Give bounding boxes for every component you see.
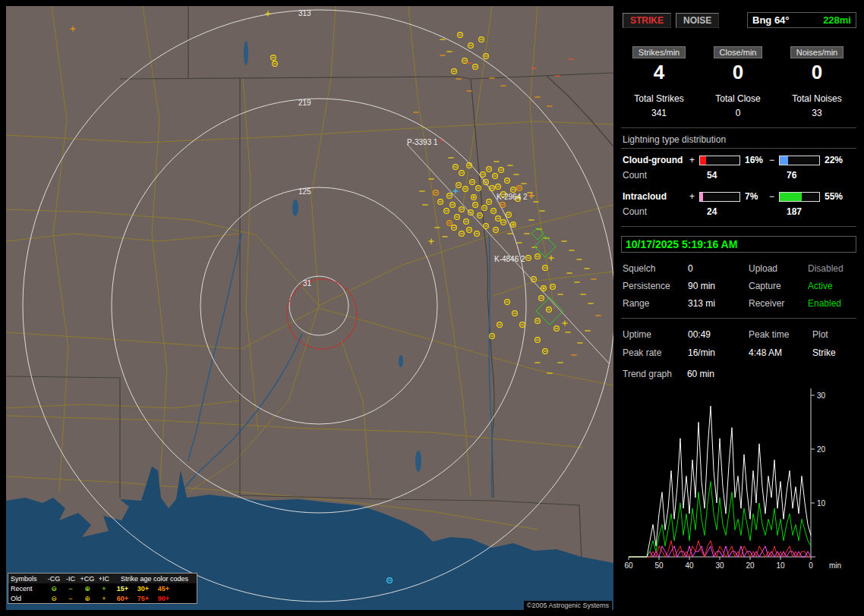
count-label: Count [623, 170, 689, 181]
circle-plus-icon: ⊕ [79, 594, 96, 603]
map-canvas[interactable]: 31321912531 P-3393 1^K-2964 2^K-4846 2 [6, 6, 613, 610]
svg-text:313: 313 [298, 9, 311, 17]
age-code: 90+ [153, 594, 174, 603]
strikes-per-min-chip[interactable]: Strikes/min [632, 46, 686, 58]
svg-text:10: 10 [817, 499, 826, 508]
squelch-value: 0 [688, 263, 749, 274]
uptime-label: Uptime [623, 329, 688, 340]
close-per-min-chip[interactable]: Close/min [714, 46, 763, 58]
datetime-display: 10/17/2025 5:19:16 AM [621, 236, 856, 253]
svg-text:K-2964 2^: K-2964 2^ [497, 193, 533, 201]
cg-positive-count: 54 [699, 170, 742, 181]
close-per-min-counter: Close/min 0 Total Close 0 [698, 46, 777, 118]
legend-col-pos-ic: +IC [96, 574, 112, 583]
legend-symbols-title: Symbols [8, 574, 46, 583]
svg-text:30: 30 [817, 391, 826, 400]
symbol-legend: Symbols -CG -IC +CG +IC Strike age color… [8, 573, 197, 604]
legend-header: Symbols -CG -IC +CG +IC Strike age color… [8, 574, 197, 583]
age-code: 60+ [112, 594, 133, 603]
divider [621, 127, 856, 128]
svg-text:0: 0 [809, 561, 813, 570]
settings-grid: Squelch 0 Upload Disabled Persistence 90… [623, 263, 858, 309]
total-noises-value: 33 [777, 108, 856, 118]
strikes-per-min-value: 4 [620, 61, 698, 84]
svg-text:20: 20 [746, 561, 755, 570]
range-value: 313 mi [688, 298, 749, 309]
age-code: 75+ [133, 594, 153, 603]
uptime-value: 00:49 [688, 329, 749, 340]
total-close-label: Total Close [698, 93, 777, 104]
circle-plus-icon: ⊕ [79, 584, 96, 593]
circle-minus-icon: ⊖ [46, 584, 62, 593]
noises-per-min-chip[interactable]: Noises/min [790, 46, 844, 58]
capture-label: Capture [749, 281, 808, 291]
distribution-title: Lightning type distribution [623, 134, 855, 145]
close-per-min-value: 0 [698, 61, 777, 84]
minus-icon: − [62, 584, 79, 593]
trend-graph-window: 60 min [687, 369, 714, 379]
range-label: Range [623, 298, 688, 309]
peak-rate-value: 16/min [688, 347, 749, 358]
receiver-status: Enabled [808, 298, 861, 309]
svg-text:60: 60 [624, 561, 633, 570]
svg-text:50: 50 [654, 561, 664, 570]
plus-icon: + [96, 594, 112, 603]
minus-sign: − [769, 155, 779, 165]
plus-icon: + [96, 584, 112, 593]
upload-label: Upload [749, 263, 808, 274]
trend-graph-label: Trend graph [623, 369, 672, 379]
persistence-label: Persistence [623, 281, 688, 291]
bearing-range: 228mi [823, 14, 851, 26]
divider [621, 226, 856, 227]
svg-text:K-4846 2: K-4846 2 [494, 255, 525, 263]
minus-icon: − [62, 594, 79, 603]
ic-negative-pct: 55% [821, 191, 849, 202]
circle-minus-icon: ⊖ [46, 594, 62, 603]
svg-text:P-3393 1^: P-3393 1^ [407, 138, 443, 146]
plot-label: Plot [812, 329, 861, 340]
divider [621, 318, 856, 319]
cg-negative-count: 76 [779, 170, 821, 181]
total-strikes-value: 341 [620, 108, 698, 118]
ic-positive-count: 24 [699, 206, 742, 217]
squelch-label: Squelch [623, 263, 688, 274]
cg-positive-bar [699, 156, 740, 165]
intracloud-label: Intracloud [623, 191, 689, 202]
mode-controls: STRIKE NOISE Bng 64° 228mi [623, 12, 856, 28]
capture-status: Active [808, 281, 861, 291]
legend-row-label: Recent [8, 584, 46, 593]
status-panel: STRIKE NOISE Bng 64° 228mi Strikes/min 4… [620, 6, 858, 610]
lightning-map[interactable]: 31321912531 P-3393 1^K-2964 2^K-4846 2 S… [6, 6, 613, 610]
plus-sign: + [689, 191, 699, 202]
noises-per-min-counter: Noises/min 0 Total Noises 33 [777, 46, 856, 118]
trend-graph-header: Trend graph 60 min [623, 369, 858, 379]
receiver-label: Receiver [749, 298, 808, 309]
legend-row-old: Old ⊖ − ⊕ + 60+ 75+ 90+ [8, 593, 197, 603]
svg-text:125: 125 [298, 187, 311, 196]
plus-sign: + [689, 155, 699, 165]
svg-text:31: 31 [303, 279, 312, 288]
rate-counters: Strikes/min 4 Total Strikes 341 Close/mi… [620, 46, 858, 118]
plot-value: Strike [812, 347, 861, 358]
peak-time-value: 4:48 AM [749, 347, 812, 358]
legend-row-recent: Recent ⊖ − ⊕ + 15+ 30+ 45+ [8, 583, 197, 593]
noise-mode-button[interactable]: NOISE [676, 13, 719, 28]
cloud-ground-label: Cloud-ground [623, 155, 689, 165]
total-close-value: 0 [698, 108, 777, 118]
bearing-display: Bng 64° 228mi [747, 12, 856, 28]
cg-positive-pct: 16% [742, 155, 769, 165]
legend-age-title: Strike age color codes [112, 574, 197, 583]
legend-col-neg-cg: -CG [46, 574, 62, 583]
total-noises-label: Total Noises [777, 93, 856, 104]
svg-text:219: 219 [298, 99, 311, 107]
svg-text:20: 20 [817, 445, 826, 454]
strikes-per-min-counter: Strikes/min 4 Total Strikes 341 [620, 46, 698, 118]
cg-negative-bar [779, 156, 820, 165]
strike-mode-button[interactable]: STRIKE [623, 13, 671, 28]
app-window: 31321912531 P-3393 1^K-2964 2^K-4846 2 S… [0, 0, 864, 616]
bearing-value: Bng 64° [752, 14, 790, 26]
ic-negative-bar [779, 192, 820, 202]
peak-rate-label: Peak rate [623, 347, 688, 358]
upload-status: Disabled [808, 263, 861, 274]
ic-negative-count: 187 [779, 206, 821, 217]
